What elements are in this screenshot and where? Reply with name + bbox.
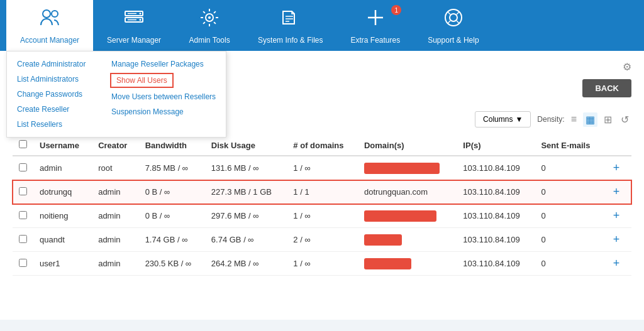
svg-point-1 [52, 11, 58, 17]
add-action-button[interactable]: + [611, 185, 623, 198]
svg-line-18 [457, 21, 459, 23]
col-username: Username [33, 135, 92, 156]
settings-icon[interactable]: ⚙ [623, 61, 631, 73]
cell-ip: 103.110.84.109 [457, 228, 535, 252]
nav-extra-features-label: Extra Features [350, 36, 400, 45]
cell-domains-count: 1 / 1 [287, 180, 358, 204]
col-ips: IP(s) [457, 135, 535, 156]
dropdown-create-administrator[interactable]: Create Administrator [7, 57, 101, 72]
density-comfortable-button[interactable]: ▦ [583, 112, 597, 127]
cell-ip: 103.110.84.109 [457, 180, 535, 204]
dropdown-manage-reseller-packages[interactable]: Manage Reseller Packages [101, 57, 226, 72]
account-manager-icon [38, 6, 61, 33]
dropdown-change-passwords[interactable]: Change Passwords [7, 87, 101, 102]
svg-line-20 [448, 21, 450, 23]
nav-admin-tools-label: Admin Tools [189, 36, 230, 45]
table-row: admin root 7.85 MB / ∞ 131.6 MB / ∞ 1 / … [13, 156, 631, 180]
extra-features-icon [364, 6, 387, 33]
dropdown-move-users[interactable]: Move Users between Resellers [101, 89, 226, 104]
nav-extra-features[interactable]: 1 Extra Features [336, 0, 414, 51]
nav-system-info[interactable]: System Info & Files [244, 0, 336, 51]
svg-point-15 [445, 9, 462, 26]
users-table: Username Creator Bandwidth Disk Usage # … [13, 135, 631, 276]
add-action-button[interactable]: + [611, 161, 623, 175]
cell-username: admin [33, 156, 92, 180]
cell-username: noitieng [33, 204, 92, 228]
svg-line-19 [457, 12, 459, 14]
cell-creator: root [92, 156, 138, 180]
domain-text: dotrungquan.com [364, 187, 428, 197]
cell-disk-usage: 131.6 MB / ∞ [205, 156, 287, 180]
table-body: admin root 7.85 MB / ∞ 131.6 MB / ∞ 1 / … [13, 156, 631, 276]
cell-add-action: + [604, 252, 631, 276]
row-checkbox-cell [13, 252, 33, 276]
nav-admin-tools[interactable]: Admin Tools [175, 0, 244, 51]
col-actions [604, 135, 631, 156]
nav-account-manager[interactable]: Account Manager Create Administrator Lis… [6, 0, 93, 51]
svg-line-17 [448, 12, 450, 14]
dropdown-list-resellers[interactable]: List Resellers [7, 117, 101, 132]
row-checkbox[interactable] [19, 211, 27, 219]
system-info-icon [279, 6, 302, 33]
cell-sent-emails: 0 [535, 180, 604, 204]
cell-username: dotrungq [33, 180, 92, 204]
cell-domain [358, 156, 457, 180]
add-action-button[interactable]: + [611, 233, 623, 246]
density-refresh-button[interactable]: ↺ [618, 112, 631, 127]
domain-badge [364, 234, 402, 246]
dropdown-col-2: Manage Reseller Packages Show All Users … [101, 52, 226, 137]
cell-domains-count: 1 / ∞ [287, 156, 358, 180]
cell-bandwidth: 0 B / ∞ [139, 180, 205, 204]
cell-sent-emails: 0 [535, 228, 604, 252]
admin-tools-icon [198, 6, 221, 33]
nav-account-manager-label: Account Manager [20, 36, 79, 45]
table-row: dotrungq admin 0 B / ∞ 227.3 MB / 1 GB 1… [13, 180, 631, 204]
nav-support-help[interactable]: Support & Help [414, 0, 492, 51]
nav-server-manager[interactable]: Server Manager [93, 0, 175, 51]
columns-button[interactable]: Columns ▼ [475, 111, 531, 128]
dropdown-list-administrators[interactable]: List Administrators [7, 72, 101, 87]
cell-ip: 103.110.84.109 [457, 252, 535, 276]
dropdown-suspension-message[interactable]: Suspension Message [101, 104, 226, 119]
cell-bandwidth: 1.74 GB / ∞ [139, 228, 205, 252]
dropdown-create-reseller[interactable]: Create Reseller [7, 102, 101, 117]
col-creator: Creator [92, 135, 138, 156]
add-action-button[interactable]: + [611, 209, 623, 222]
select-all-checkbox[interactable] [19, 140, 27, 148]
row-checkbox[interactable] [19, 235, 27, 243]
row-checkbox-cell [13, 180, 33, 204]
svg-point-5 [140, 19, 142, 21]
row-checkbox[interactable] [19, 163, 27, 171]
right-controls: Columns ▼ Density: ≡ ▦ ⊞ ↺ [475, 111, 631, 128]
cell-ip: 103.110.84.109 [457, 204, 535, 228]
cell-creator: admin [92, 228, 138, 252]
add-action-button[interactable]: + [611, 257, 623, 270]
domain-badge [364, 210, 436, 222]
density-list-button[interactable]: ≡ [569, 112, 579, 126]
density-compact-button[interactable]: ⊞ [601, 112, 614, 127]
cell-add-action: + [604, 228, 631, 252]
back-button[interactable]: BACK [582, 79, 631, 97]
cell-bandwidth: 0 B / ∞ [139, 204, 205, 228]
svg-point-9 [208, 16, 211, 19]
cell-add-action: + [604, 156, 631, 180]
row-checkbox[interactable] [19, 187, 27, 195]
cell-sent-emails: 0 [535, 204, 604, 228]
svg-point-4 [140, 13, 142, 14]
account-manager-dropdown: Create Administrator List Administrators… [6, 51, 226, 138]
row-checkbox-cell [13, 204, 33, 228]
domain-badge [364, 163, 440, 174]
density-controls: Density: ≡ ▦ ⊞ ↺ [537, 112, 631, 127]
cell-disk-usage: 264.2 MB / ∞ [205, 252, 287, 276]
table-row: noitieng admin 0 B / ∞ 297.6 MB / ∞ 1 / … [13, 204, 631, 228]
nav-system-info-label: System Info & Files [258, 36, 323, 45]
dropdown-show-all-users[interactable]: Show All Users [110, 73, 174, 88]
svg-point-0 [43, 10, 50, 18]
row-checkbox[interactable] [19, 259, 27, 267]
cell-domain [358, 252, 457, 276]
cell-bandwidth: 7.85 MB / ∞ [139, 156, 205, 180]
row-checkbox-cell [13, 156, 33, 180]
cell-sent-emails: 0 [535, 156, 604, 180]
support-help-icon [442, 6, 465, 33]
svg-point-16 [450, 14, 457, 21]
